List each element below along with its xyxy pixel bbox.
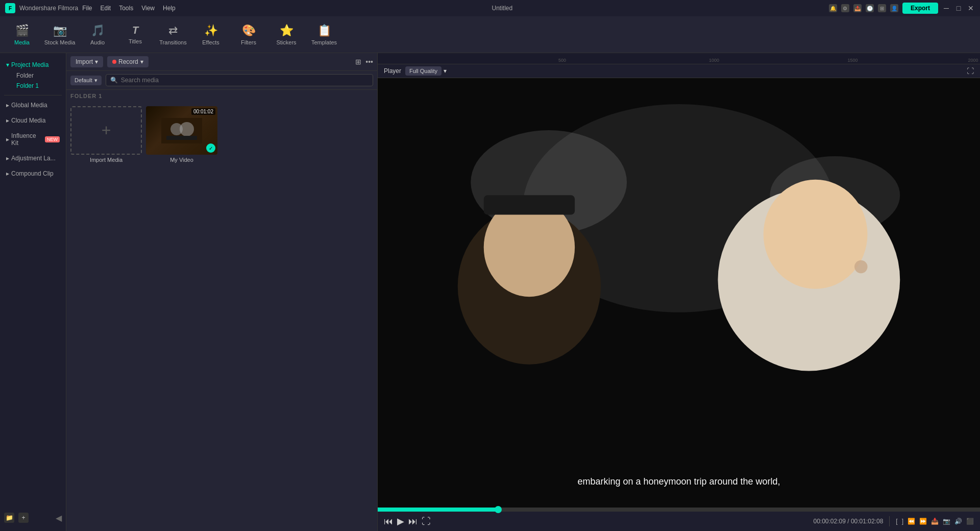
sidebar-influence-kit-section: ▸ Influence Kit NEW bbox=[0, 128, 66, 151]
share-icon[interactable]: 📤 bbox=[853, 4, 862, 12]
add-folder-icon[interactable]: 📁 bbox=[4, 513, 14, 523]
media-filter-bar: Default ▾ 🔍 bbox=[66, 71, 377, 90]
player-right-controls: ⛶ bbox=[967, 67, 974, 75]
grid-icon[interactable]: ⊞ bbox=[878, 4, 886, 12]
toolbar-transitions[interactable]: ⇄ Transitions bbox=[155, 18, 191, 51]
player-go-start-button[interactable]: ⏮ bbox=[384, 516, 393, 527]
sidebar-sub-folder: Folder Folder 1 bbox=[4, 70, 62, 91]
main-content: ▾ Project Media Folder Folder 1 ▸ Global… bbox=[0, 53, 980, 531]
media-item-my-video[interactable]: 00:01:02 ✓ My Video bbox=[146, 106, 217, 163]
stock-media-icon: 📷 bbox=[53, 24, 67, 37]
player-add-to-timeline-icon[interactable]: 📥 bbox=[931, 518, 939, 525]
ruler-tick-1500: 1500 bbox=[847, 58, 857, 63]
player-mark-in-icon[interactable]: [ bbox=[896, 518, 897, 525]
import-icon[interactable]: + bbox=[18, 513, 29, 523]
player-panel: 500 1000 1500 2000 Player Full Quality ▾… bbox=[378, 53, 980, 531]
player-prev-frame-icon[interactable]: ⏪ bbox=[908, 518, 915, 525]
player-play-button[interactable]: ▶ bbox=[397, 516, 404, 527]
quality-button[interactable]: Full Quality bbox=[405, 66, 442, 76]
sidebar-item-influence-kit[interactable]: ▸ Influence Kit NEW bbox=[4, 130, 62, 149]
ruler-tick-2000: 2000 bbox=[968, 58, 978, 63]
chevron-right-icon-3: ▸ bbox=[6, 136, 9, 143]
new-badge: NEW bbox=[45, 136, 60, 142]
default-view-button[interactable]: Default ▾ bbox=[70, 76, 102, 85]
notification-icon[interactable]: 🔔 bbox=[829, 4, 837, 12]
minimize-button[interactable]: ─ bbox=[942, 4, 950, 12]
user-avatar[interactable]: 👤 bbox=[890, 4, 898, 12]
search-input[interactable] bbox=[121, 77, 369, 84]
player-controls: ⏮ ▶ ⏭ ⛶ 00:00:02:09 / 00:01:02:08 [ ] ⏪ … bbox=[378, 512, 980, 531]
settings-icon[interactable]: ⚙ bbox=[841, 4, 849, 12]
fullscreen-icon[interactable]: ⛶ bbox=[967, 67, 974, 75]
effects-icon: ✨ bbox=[204, 24, 218, 37]
player-header: Player Full Quality ▾ ⛶ bbox=[378, 64, 980, 78]
titlebar-menu: File Edit Tools View Help bbox=[82, 5, 176, 12]
sidebar-item-folder1[interactable]: Folder 1 bbox=[14, 81, 62, 91]
player-fullscreen-button[interactable]: ⛶ bbox=[422, 516, 431, 527]
player-video-frame bbox=[378, 78, 980, 508]
toolbar-templates[interactable]: 📋 Templates bbox=[306, 18, 342, 51]
sidebar-project-media-section: ▾ Project Media Folder Folder 1 bbox=[0, 57, 66, 93]
toolbar-filters[interactable]: 🎨 Filters bbox=[231, 18, 266, 51]
sidebar-item-project-media[interactable]: ▾ Project Media bbox=[4, 59, 62, 70]
player-pip-icon[interactable]: ⬛ bbox=[966, 518, 974, 525]
sidebar-item-compound-clip[interactable]: ▸ Compound Clip bbox=[4, 168, 62, 179]
player-volume-icon[interactable]: 🔊 bbox=[954, 518, 962, 525]
app-name: Wondershare Filmora bbox=[19, 5, 78, 12]
media-item-import[interactable]: + Import Media bbox=[70, 106, 142, 163]
record-dot-icon bbox=[112, 60, 116, 64]
record-button[interactable]: Record ▾ bbox=[107, 56, 149, 67]
sidebar-item-adjustment-layer[interactable]: ▸ Adjustment La... bbox=[4, 153, 62, 164]
player-mark-out-icon[interactable]: ] bbox=[902, 518, 903, 525]
toolbar-titles[interactable]: T Titles bbox=[117, 18, 153, 51]
more-options-icon[interactable]: ••• bbox=[365, 58, 373, 66]
menu-file[interactable]: File bbox=[82, 5, 92, 12]
sidebar-cloud-media-section: ▸ Cloud Media bbox=[0, 113, 66, 128]
chevron-right-icon-2: ▸ bbox=[6, 117, 9, 124]
export-button[interactable]: Export bbox=[902, 3, 938, 14]
menu-tools[interactable]: Tools bbox=[119, 5, 133, 12]
filter-icon[interactable]: ⊞ bbox=[355, 58, 361, 66]
toolbar-audio[interactable]: 🎵 Audio bbox=[80, 18, 115, 51]
player-go-end-button[interactable]: ⏭ bbox=[408, 516, 418, 527]
titlebar-right: 🔔 ⚙ 📤 🕐 ⊞ 👤 Export ─ □ ✕ bbox=[829, 3, 975, 14]
titlebar-left: F Wondershare Filmora File Edit Tools Vi… bbox=[5, 3, 176, 13]
titlebar: F Wondershare Filmora File Edit Tools Vi… bbox=[0, 0, 980, 16]
video-thumbnail-preview bbox=[161, 118, 202, 143]
menu-view[interactable]: View bbox=[141, 5, 155, 12]
close-button[interactable]: ✕ bbox=[967, 4, 975, 12]
player-progress-knob[interactable] bbox=[495, 506, 502, 513]
media-panel-toolbar: Import ▾ Record ▾ ⊞ ••• bbox=[66, 53, 377, 71]
collapse-sidebar-icon[interactable]: ◀ bbox=[56, 513, 62, 523]
player-subtitle-text: embarking on a honeymoon trip around the… bbox=[378, 476, 980, 487]
player-next-frame-icon[interactable]: ⏩ bbox=[919, 518, 927, 525]
media-toolbar-right: ⊞ ••• bbox=[355, 58, 373, 66]
chevron-down-icon: ▾ bbox=[6, 61, 9, 68]
transitions-icon: ⇄ bbox=[168, 24, 178, 37]
player-label: Player bbox=[384, 67, 401, 75]
svg-point-12 bbox=[764, 180, 868, 289]
time-icon[interactable]: 🕐 bbox=[866, 4, 874, 12]
folder-label: FOLDER 1 bbox=[66, 90, 377, 102]
menu-help[interactable]: Help bbox=[163, 5, 176, 12]
player-quality-selector: Full Quality ▾ bbox=[405, 66, 447, 76]
sidebar-bottom-actions: 📁 + ◀ bbox=[0, 509, 66, 527]
toolbar-effects[interactable]: ✨ Effects bbox=[193, 18, 229, 51]
media-grid: + Import Media 00:01:02 ✓ bbox=[66, 102, 377, 167]
audio-icon: 🎵 bbox=[91, 24, 105, 37]
sidebar-item-cloud-media[interactable]: ▸ Cloud Media bbox=[4, 115, 62, 126]
toolbar-stock-media[interactable]: 📷 Stock Media bbox=[42, 18, 78, 51]
import-button[interactable]: Import ▾ bbox=[70, 56, 103, 67]
player-canvas: embarking on a honeymoon trip around the… bbox=[378, 78, 980, 508]
player-video: embarking on a honeymoon trip around the… bbox=[378, 78, 980, 508]
search-icon: 🔍 bbox=[110, 77, 118, 84]
toolbar-stickers[interactable]: ⭐ Stickers bbox=[268, 18, 304, 51]
player-progress-bar[interactable] bbox=[378, 508, 980, 512]
sidebar-global-media-section: ▸ Global Media bbox=[0, 98, 66, 113]
menu-edit[interactable]: Edit bbox=[101, 5, 111, 12]
player-snapshot-icon[interactable]: 📷 bbox=[943, 518, 950, 525]
maximize-button[interactable]: □ bbox=[954, 4, 963, 12]
toolbar-media[interactable]: 🎬 Media bbox=[4, 18, 40, 51]
sidebar-item-global-media[interactable]: ▸ Global Media bbox=[4, 100, 62, 111]
sidebar-item-folder[interactable]: Folder bbox=[14, 70, 62, 81]
